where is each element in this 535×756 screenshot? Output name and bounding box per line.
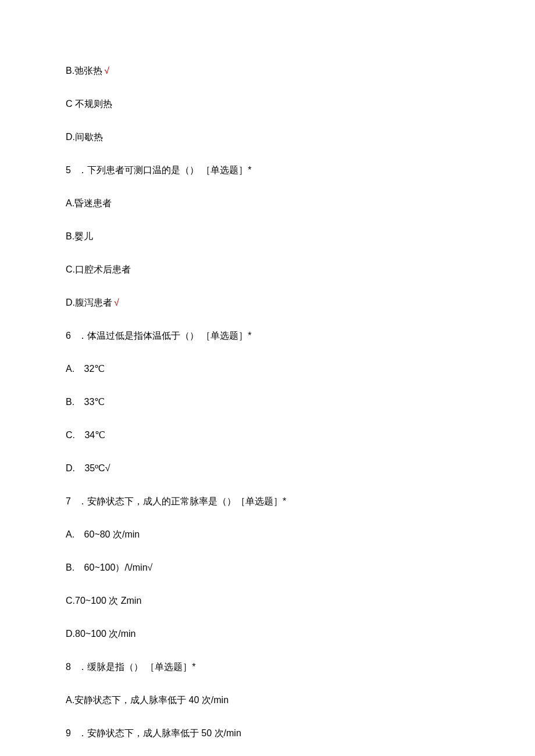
option-label: A. [66,529,74,539]
option-label: C [66,99,73,109]
option-label: B. [66,397,74,407]
option-label: D. [66,132,75,142]
option-text: 口腔术后患者 [75,264,131,274]
question-text: ．缓脉是指（） ［单选题］* [78,662,196,672]
option-b-prev: B.弛张热√ [66,64,469,78]
question-6: 6．体温过低是指体温低于（） ［单选题］* [66,329,469,343]
q8-option-a: A.安静状态下，成人脉率低于 40 次/min [66,693,469,707]
q7-option-d: D.80~100 次/min [66,627,469,641]
question-8: 8．缓脉是指（） ［单选题］* [66,660,469,674]
question-7: 7．安静状态下，成人的正常脉率是（）［单选题］* [66,495,469,508]
q6-option-a: A. 32℃ [66,362,469,376]
option-label: B. [66,231,74,241]
option-text: 安静状态下，成人脉率低于 40 次/min [74,695,229,705]
question-number: 5 [66,165,71,175]
option-label: C. [66,264,75,274]
q6-option-b: B. 33℃ [66,395,469,409]
question-5: 5．下列患者可测口温的是（） ［单选题］* [66,163,469,177]
option-text: 34℃ [84,430,105,440]
option-label: D. [66,629,75,639]
question-text: ．体温过低是指体温低于（） ［单选题］* [78,331,252,341]
option-text: 33℃ [84,397,105,407]
option-text: 35ºC√ [84,463,110,473]
option-label: A. [66,695,74,705]
option-label: A. [66,198,74,208]
option-text: 60~80 次/min [84,529,140,539]
option-text: 间歇热 [75,132,103,142]
check-mark-icon: √ [114,298,119,307]
option-c-prev: C 不规则热 [66,97,469,111]
q7-option-c: C.70~100 次 Zmin [66,594,469,608]
option-text: 32℃ [84,364,105,374]
option-label: C. [66,430,75,440]
question-text: ．安静状态下，成人脉率低于 50 次/min [78,728,241,738]
q5-option-c: C.口腔术后患者 [66,263,469,277]
question-9: 9．安静状态下，成人脉率低于 50 次/min [66,726,469,740]
question-text: ．安静状态下，成人的正常脉率是（）［单选题］* [78,496,286,506]
option-label: B. [66,562,74,572]
q5-option-a: A.昏迷患者 [66,196,469,210]
check-mark-icon: √ [104,66,109,76]
question-text: ．下列患者可测口温的是（） ［单选题］* [78,165,252,175]
q6-option-d: D. 35ºC√ [66,461,469,475]
option-text: 弛张热 [74,66,102,76]
option-text: 不规则热 [75,99,112,109]
q6-option-c: C. 34℃ [66,428,469,442]
option-label: B. [66,66,74,76]
option-text: 腹泻患者 [75,298,112,307]
question-number: 7 [66,496,71,506]
option-text: 60~100）/\/min√ [84,562,153,572]
option-d-prev: D.间歇热 [66,130,469,144]
option-label: D. [66,463,75,473]
option-label: D. [66,298,75,307]
option-label: C. [66,596,75,605]
q7-option-b: B. 60~100）/\/min√ [66,561,469,575]
option-text: 昏迷患者 [74,198,112,208]
q5-option-d: D.腹泻患者√ [66,296,469,310]
q7-option-a: A. 60~80 次/min [66,528,469,542]
option-text: 80~100 次/min [75,629,136,639]
question-number: 6 [66,331,71,341]
option-text: 70~100 次 Zmin [75,596,141,605]
option-label: A. [66,364,74,374]
q5-option-b: B.婴儿 [66,230,469,243]
question-number: 9 [66,728,71,738]
option-text: 婴儿 [74,231,93,241]
question-number: 8 [66,662,71,672]
